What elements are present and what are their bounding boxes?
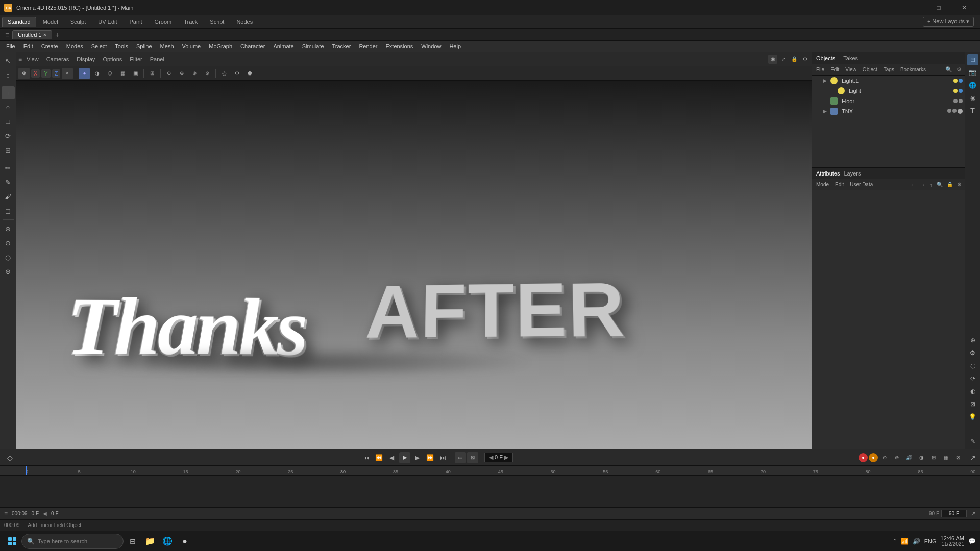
mode-y[interactable]: Y xyxy=(41,69,50,78)
minimize-button[interactable]: ─ xyxy=(901,0,925,15)
network-icon[interactable]: 📶 xyxy=(901,538,909,545)
layout-tab-nodes[interactable]: Nodes xyxy=(231,17,258,27)
tool-paint[interactable]: 🖌 xyxy=(2,190,15,203)
menu-render[interactable]: Render xyxy=(355,42,381,51)
timeline-track[interactable] xyxy=(0,476,980,507)
scene-tab-untitled[interactable]: Untitled 1 × xyxy=(12,30,52,39)
mode-z[interactable]: Z xyxy=(52,69,61,78)
ri-anim-icon[interactable]: ⟳ xyxy=(967,373,978,384)
obj-toolbar-tags[interactable]: Tags xyxy=(881,66,896,73)
layout-tab-standard[interactable]: Standard xyxy=(2,17,36,27)
tl-extra-btn3[interactable]: ⊠ xyxy=(952,452,964,463)
tool-sculpt[interactable]: ⊙ xyxy=(2,236,15,249)
transform-mode-1[interactable]: ⊙ xyxy=(163,68,175,79)
vis-dot-3[interactable] xyxy=(953,89,958,93)
transform-mode-3[interactable]: ⊕ xyxy=(189,68,200,79)
obj-search-icon[interactable]: 🔍 xyxy=(944,66,953,73)
layout-tab-uvedit[interactable]: UV Edit xyxy=(92,17,122,27)
vis-dot-1[interactable] xyxy=(953,79,958,83)
current-frame-display[interactable]: ◀ 0 F ▶ xyxy=(484,453,513,462)
mode-coord[interactable]: ⌖ xyxy=(62,68,73,79)
frame-arrow-right[interactable]: ▶ xyxy=(504,454,508,460)
vt-menu-icon[interactable]: ≡ xyxy=(18,56,22,63)
end-frame-field[interactable]: 90 F xyxy=(941,510,967,517)
prev-key-button[interactable]: ⏪ xyxy=(374,452,385,463)
attr-userdata-btn[interactable]: User Data xyxy=(848,181,875,188)
menu-tools[interactable]: Tools xyxy=(111,42,132,51)
browser-btn[interactable]: 🌐 xyxy=(159,533,176,549)
attr-search-icon[interactable]: 🔍 xyxy=(936,182,944,187)
render-mode-3[interactable]: ⬡ xyxy=(104,68,115,79)
frame-nav-left[interactable]: ◀ xyxy=(43,511,47,516)
obj-toolbar-edit[interactable]: Edit xyxy=(828,66,841,73)
vt-cameras[interactable]: Cameras xyxy=(43,55,72,63)
vis-dot-5[interactable] xyxy=(953,99,958,103)
obj-item-light1[interactable]: ▶ Light.1 xyxy=(812,76,965,86)
lock-icon[interactable]: 🔒 xyxy=(790,55,799,64)
menu-help[interactable]: Help xyxy=(445,42,465,51)
obj-toolbar-bookmarks[interactable]: Bookmarks xyxy=(898,66,928,73)
vt-panel[interactable]: Panel xyxy=(147,55,167,63)
ri-spline-icon[interactable]: ◐ xyxy=(967,386,978,397)
obj-toolbar-file[interactable]: File xyxy=(814,66,826,73)
obj-item-tnx[interactable]: ▶ TNX xyxy=(812,106,965,116)
attr-back-icon[interactable]: ← xyxy=(910,182,917,188)
render-settings-icon[interactable]: ◎ xyxy=(218,68,230,79)
tool-rect[interactable]: □ xyxy=(2,115,15,128)
obj-item-light[interactable]: Light xyxy=(812,86,965,96)
tool-select[interactable]: ↖ xyxy=(2,54,15,67)
fps-btn[interactable]: ◑ xyxy=(916,452,927,463)
menu-simulate[interactable]: Simulate xyxy=(298,42,328,51)
sound-btn[interactable]: 🔊 xyxy=(903,452,915,463)
playhead[interactable] xyxy=(26,466,27,475)
ri-camera-icon[interactable]: 📷 xyxy=(967,67,978,78)
expand-icon[interactable]: ⤢ xyxy=(779,55,788,64)
layout-tab-sculpt[interactable]: Sculpt xyxy=(65,17,92,27)
render-mode-2[interactable]: ◑ xyxy=(91,68,103,79)
ri-light-icon[interactable]: 💡 xyxy=(967,411,978,422)
tl-menu-icon[interactable]: ≡ xyxy=(4,510,8,517)
ri-extra-icon[interactable]: ✎ xyxy=(967,436,978,447)
tool-circle[interactable]: ○ xyxy=(2,101,15,114)
tl-extra-btn1[interactable]: ⊞ xyxy=(928,452,939,463)
attr-forward-icon[interactable]: → xyxy=(919,182,927,188)
prev-frame-button[interactable]: ◀ xyxy=(386,452,398,463)
vt-options[interactable]: Options xyxy=(100,55,125,63)
loop-mode-btn[interactable]: ▭ xyxy=(455,452,466,463)
ri-material-icon[interactable]: ◌ xyxy=(967,360,978,371)
render-mode-1[interactable]: ● xyxy=(79,68,90,79)
add-scene-tab[interactable]: + xyxy=(52,30,62,40)
motion-clip-btn[interactable]: ⊙ xyxy=(879,452,890,463)
menu-create[interactable]: Create xyxy=(37,42,62,51)
grid-icon[interactable]: ⊞ xyxy=(146,68,158,79)
vt-view[interactable]: View xyxy=(23,55,42,63)
layout-tab-groom[interactable]: Groom xyxy=(149,17,178,27)
tab-objects[interactable]: Objects xyxy=(816,55,835,61)
tool-magnet[interactable]: ⊛ xyxy=(2,222,15,235)
frame-arrow-left[interactable]: ◀ xyxy=(489,454,493,460)
render-icon[interactable]: ◉ xyxy=(768,55,777,64)
tray-icons[interactable]: ⌃ xyxy=(893,538,897,544)
vt-filter[interactable]: Filter xyxy=(127,55,145,63)
file-explorer-btn[interactable]: 📁 xyxy=(142,533,158,549)
attr-mode-btn[interactable]: Mode xyxy=(814,181,831,188)
menu-volume[interactable]: Volume xyxy=(178,42,205,51)
menu-spline[interactable]: Spline xyxy=(132,42,156,51)
tool-erase[interactable]: ◻ xyxy=(2,204,15,217)
chrome-btn[interactable]: ● xyxy=(177,533,193,549)
obj-toolbar-view[interactable]: View xyxy=(843,66,859,73)
obj-toolbar-object[interactable]: Object xyxy=(861,66,879,73)
vt-display[interactable]: Display xyxy=(74,55,98,63)
attr-tab-layers[interactable]: Layers xyxy=(844,170,861,177)
attr-settings-icon[interactable]: ⚙ xyxy=(956,182,963,187)
next-key-button[interactable]: ⏩ xyxy=(425,452,436,463)
vis-dot-9[interactable] xyxy=(958,109,963,114)
menu-window[interactable]: Window xyxy=(417,42,445,51)
mode-move[interactable]: ⊕ xyxy=(18,68,30,79)
tool-rotate[interactable]: ⟳ xyxy=(2,129,15,142)
layout-tab-track[interactable]: Track xyxy=(178,17,203,27)
playback-btn[interactable]: ⊚ xyxy=(891,452,902,463)
rec-all-btn[interactable]: ● xyxy=(859,453,868,462)
play-button[interactable]: ▶ xyxy=(399,452,410,463)
maximize-button[interactable]: □ xyxy=(927,0,950,15)
